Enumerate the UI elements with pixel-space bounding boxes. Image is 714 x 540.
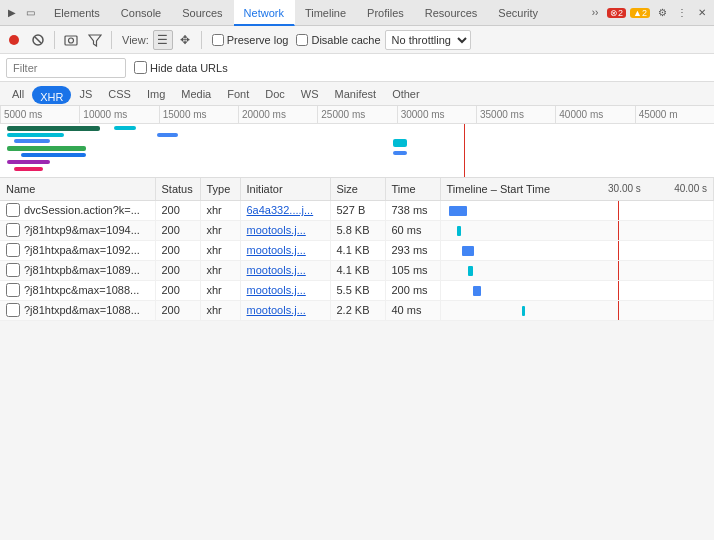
type-tab-ws[interactable]: WS xyxy=(293,82,327,106)
type-tab-other[interactable]: Other xyxy=(384,82,428,106)
timeline-waterfall[interactable] xyxy=(0,124,714,178)
hide-data-urls-label: Hide data URLs xyxy=(150,62,228,74)
col-header-initiator[interactable]: Initiator xyxy=(240,178,330,200)
tab-profiles[interactable]: Profiles xyxy=(357,0,415,26)
type-tab-all[interactable]: All xyxy=(4,82,32,106)
stop-button[interactable] xyxy=(28,30,48,50)
row-checkbox[interactable] xyxy=(6,263,20,277)
table-row[interactable]: dvcSession.action?k=...200xhr6a4a332....… xyxy=(0,200,714,220)
col-header-type[interactable]: Type xyxy=(200,178,240,200)
col-header-timeline[interactable]: Timeline – Start Time 30.00 s 40.00 s xyxy=(440,178,714,200)
type-tab-media[interactable]: Media xyxy=(173,82,219,106)
type-filter-tabs: All XHR JS CSS Img Media Font Doc WS Man… xyxy=(0,82,714,106)
wf-bar-1c xyxy=(14,139,50,143)
filter-input[interactable] xyxy=(6,58,126,78)
row-initiator[interactable]: 6a4a332....j... xyxy=(240,200,330,220)
col-header-name[interactable]: Name xyxy=(0,178,155,200)
row-status: 200 xyxy=(155,220,200,240)
row-initiator[interactable]: mootools.j... xyxy=(240,280,330,300)
tab-sources[interactable]: Sources xyxy=(172,0,233,26)
disable-cache-group: Disable cache xyxy=(296,34,380,46)
menu-icon[interactable]: ⋮ xyxy=(674,5,690,21)
tab-console[interactable]: Console xyxy=(111,0,172,26)
svg-point-4 xyxy=(69,38,74,43)
row-type: xhr xyxy=(200,240,240,260)
col-header-status[interactable]: Status xyxy=(155,178,200,200)
table-row[interactable]: ?j81htxpa&max=1092...200xhrmootools.j...… xyxy=(0,240,714,260)
filter-button[interactable] xyxy=(85,30,105,50)
row-size: 4.1 KB xyxy=(330,240,385,260)
row-checkbox[interactable] xyxy=(6,243,20,257)
tick-1: 10000 ms xyxy=(79,106,158,123)
tick-5: 30000 ms xyxy=(397,106,476,123)
close-icon[interactable]: ✕ xyxy=(694,5,710,21)
timeline-ruler: 5000 ms 10000 ms 15000 ms 20000 ms 25000… xyxy=(0,106,714,124)
table-row[interactable]: ?j81htxpb&max=1089...200xhrmootools.j...… xyxy=(0,260,714,280)
timeline-scale-labels: 30.00 s 40.00 s xyxy=(608,183,707,194)
row-timeline xyxy=(440,260,714,280)
table-body: dvcSession.action?k=...200xhr6a4a332....… xyxy=(0,200,714,320)
device-icon[interactable]: ▭ xyxy=(22,5,38,21)
tab-timeline[interactable]: Timeline xyxy=(295,0,357,26)
tick-7: 40000 ms xyxy=(555,106,634,123)
tab-elements[interactable]: Elements xyxy=(44,0,111,26)
row-red-marker xyxy=(618,281,619,300)
camera-button[interactable] xyxy=(61,30,81,50)
timeline-bar xyxy=(468,266,473,276)
throttle-select[interactable]: No throttling Offline GPRS Regular 2G Go… xyxy=(385,30,471,50)
row-status: 200 xyxy=(155,240,200,260)
tick-3: 20000 ms xyxy=(238,106,317,123)
hide-data-urls-checkbox[interactable] xyxy=(134,61,147,74)
row-checkbox[interactable] xyxy=(6,283,20,297)
wf-bar-1b xyxy=(7,133,64,137)
type-tab-css[interactable]: CSS xyxy=(100,82,139,106)
network-table-container[interactable]: Name Status Type Initiator Size Time Tim… xyxy=(0,178,714,518)
settings-icon[interactable]: ⚙ xyxy=(654,5,670,21)
tab-security[interactable]: Security xyxy=(488,0,549,26)
type-tab-manifest[interactable]: Manifest xyxy=(327,82,385,106)
network-table: Name Status Type Initiator Size Time Tim… xyxy=(0,178,714,321)
more-tabs-icon[interactable]: ›› xyxy=(587,5,603,21)
timeline-marker xyxy=(464,124,465,178)
row-initiator[interactable]: mootools.j... xyxy=(240,300,330,320)
row-size: 2.2 KB xyxy=(330,300,385,320)
row-checkbox[interactable] xyxy=(6,223,20,237)
row-timeline xyxy=(440,280,714,300)
network-toolbar: View: ☰ ✥ Preserve log Disable cache No … xyxy=(0,26,714,54)
row-checkbox[interactable] xyxy=(6,303,20,317)
tick-40s: 40.00 s xyxy=(674,183,707,194)
type-tab-xhr[interactable]: XHR xyxy=(32,86,71,104)
list-view-icon[interactable]: ☰ xyxy=(153,30,173,50)
row-timeline xyxy=(440,220,714,240)
table-row[interactable]: ?j81htxp9&max=1094...200xhrmootools.j...… xyxy=(0,220,714,240)
preserve-log-checkbox[interactable] xyxy=(212,34,224,46)
tab-network[interactable]: Network xyxy=(234,0,295,26)
tick-8: 45000 m xyxy=(635,106,714,123)
inspect-icon[interactable]: ▶ xyxy=(4,5,20,21)
disable-cache-checkbox[interactable] xyxy=(296,34,308,46)
wf-bar-2a xyxy=(114,126,135,130)
row-checkbox[interactable] xyxy=(6,203,20,217)
row-initiator[interactable]: mootools.j... xyxy=(240,240,330,260)
row-initiator[interactable]: mootools.j... xyxy=(240,220,330,240)
timeline-bar xyxy=(449,206,467,216)
type-tab-doc[interactable]: Doc xyxy=(257,82,293,106)
row-type: xhr xyxy=(200,200,240,220)
row-time: 200 ms xyxy=(385,280,440,300)
table-row[interactable]: ?j81htxpc&max=1088...200xhrmootools.j...… xyxy=(0,280,714,300)
col-header-time[interactable]: Time xyxy=(385,178,440,200)
row-initiator[interactable]: mootools.j... xyxy=(240,260,330,280)
tab-resources[interactable]: Resources xyxy=(415,0,489,26)
wf-bar-1f xyxy=(7,160,50,164)
tick-30s: 30.00 s xyxy=(608,183,641,194)
type-tab-img[interactable]: Img xyxy=(139,82,173,106)
tree-view-icon[interactable]: ✥ xyxy=(175,30,195,50)
table-row[interactable]: ?j81htxpd&max=1088...200xhrmootools.j...… xyxy=(0,300,714,320)
wf-bar-3b xyxy=(393,151,407,155)
col-header-size[interactable]: Size xyxy=(330,178,385,200)
type-tab-font[interactable]: Font xyxy=(219,82,257,106)
type-tab-js[interactable]: JS xyxy=(71,82,100,106)
record-button[interactable] xyxy=(4,30,24,50)
row-name: ?j81htxpc&max=1088... xyxy=(24,284,139,296)
tick-0: 5000 ms xyxy=(0,106,79,123)
